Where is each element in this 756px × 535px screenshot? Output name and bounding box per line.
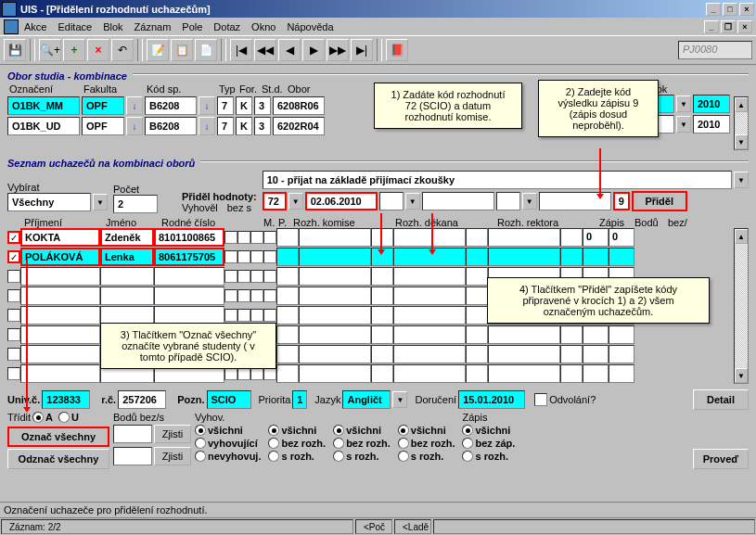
detail-button[interactable]: Detail [693,389,749,410]
menu-zaznam[interactable]: Záznam [135,21,172,32]
menu-blok[interactable]: Blok [103,21,122,32]
radio-bezrozh-d[interactable]: bez rozh. [333,438,391,449]
cell-bodu[interactable]: 0 [583,228,609,247]
vybirat-select[interactable]: Všechny [7,193,91,211]
list-icon[interactable]: 📋 [171,39,193,61]
dropdown-icon[interactable]: ▼ [93,194,108,210]
chk[interactable] [263,231,276,244]
prev-page-icon[interactable]: ◀◀ [254,39,276,61]
jazyk-field[interactable]: Angličt [342,390,391,409]
maximize-button[interactable]: □ [723,3,737,16]
radio-bezzap[interactable]: bez záp. [462,438,515,449]
close-button[interactable]: × [739,3,754,16]
oznac-vsechny-button[interactable]: Označ všechny [7,427,109,447]
add-icon[interactable]: + [63,39,85,61]
radio-vyhovujici[interactable]: vyhovující [195,438,261,449]
dropdown-icon[interactable]: ▼ [288,193,303,210]
chk[interactable] [237,231,250,244]
combo1-obor[interactable]: 6208R06 [273,96,325,115]
doc-icon-tb[interactable]: 📄 [195,39,217,61]
scroll-up-icon[interactable]: ▲ [735,97,748,112]
radio-bezrozh-r[interactable]: bez rozh. [398,438,455,449]
rok2[interactable]: 2010 [693,115,730,134]
combo1-oznaceni[interactable]: O1BK_MM [7,96,80,115]
radio-vsichni-k[interactable]: všichni [268,425,326,436]
doruceni-field[interactable]: 15.01.2010 [458,390,525,409]
menu-akce[interactable]: Akce [24,21,46,32]
dropdown-icon[interactable]: ▼ [522,193,537,210]
radio-srozh-d[interactable]: s rozh. [333,451,391,462]
radio-vsichni-d[interactable]: všichni [333,425,391,436]
next-page-icon[interactable]: ▶▶ [327,39,349,61]
find-icon[interactable]: 🔍+ [39,39,61,61]
combo1-for[interactable]: K [236,96,252,115]
lookup-icon[interactable]: ↓ [126,96,143,115]
mdi-restore[interactable]: ❐ [721,20,736,33]
combo2-for[interactable]: K [236,117,252,135]
cell-rc[interactable]: 8101100865 [154,228,224,247]
dropdown-icon[interactable]: ▼ [734,172,749,188]
combo1-std[interactable]: 3 [254,96,271,115]
radio-u[interactable]: U [58,412,79,423]
combo1-fakulta[interactable]: OPF [82,96,124,115]
odznac-vsechny-button[interactable]: Odznač všechny [7,449,109,469]
combo2-fakulta[interactable]: OPF [82,117,124,135]
scroll-down-icon[interactable]: ▼ [735,134,748,149]
combo1-typ[interactable]: 7 [217,96,234,115]
mdi-close[interactable]: × [737,20,752,33]
scrollbar[interactable]: ▲ ▼ [734,96,749,150]
save-icon[interactable]: 💾 [4,39,26,61]
edit-icon[interactable]: 📝 [147,39,169,61]
date-field[interactable]: 02.06.2010 [305,192,378,210]
radio-bezrozh-k[interactable]: bez rozh. [268,438,326,449]
minimize-button[interactable]: _ [706,3,721,16]
pridel-button[interactable]: Přiděl [632,191,687,211]
radio-srozh-z[interactable]: s rozh. [462,451,515,462]
decision-combo[interactable]: 10 - přijat na základě přijímací zkoušky [263,171,732,189]
zjisti-button2[interactable]: Zjisti [154,447,191,465]
cell-jmeno[interactable]: Lenka [100,248,154,266]
last-icon[interactable]: ▶| [351,39,373,61]
prev-icon[interactable]: ◀ [278,39,301,61]
menu-pole[interactable]: Pole [182,21,202,32]
cell-rc[interactable]: 8061175705 [154,248,224,266]
lookup-icon[interactable]: ↓ [126,117,143,135]
lookup-icon[interactable]: ↓ [199,117,215,135]
radio-srozh-k[interactable]: s rozh. [268,451,326,462]
mdi-minimize[interactable]: _ [704,20,719,33]
dropdown-icon[interactable]: ▼ [405,193,420,210]
combo2-kodsp[interactable]: B6208 [145,117,197,135]
menu-napoveda[interactable]: Nápověda [287,21,333,32]
rok1[interactable]: 2010 [693,95,730,113]
rc-field[interactable]: 257206 [118,390,166,409]
chk[interactable] [224,231,237,244]
odvolani-checkbox[interactable] [534,393,547,406]
univc-field[interactable]: 123833 [42,390,90,409]
menu-dotaz[interactable]: Dotaz [213,21,240,32]
zapis-field[interactable]: 9 [613,192,630,210]
priorita-field[interactable]: 1 [292,390,307,409]
delete-icon[interactable]: × [87,39,109,61]
zjisti-button[interactable]: Zjisti [154,425,191,443]
combo2-obor[interactable]: 6202R04 [273,117,325,135]
scroll-up-icon[interactable]: ▲ [735,229,748,244]
cell-jmeno[interactable]: Zdeněk [100,228,154,247]
radio-vsichni[interactable]: všichni [195,425,261,436]
cell-prijmeni[interactable]: KOKTA [20,228,100,247]
menu-okno[interactable]: Okno [251,21,275,32]
radio-nevyhovuj[interactable]: nevyhovuj. [195,451,261,462]
cell-prijmeni[interactable]: POLÁKOVÁ [20,248,100,266]
radio-vsichni-r[interactable]: všichni [398,425,455,436]
combo2-typ[interactable]: 7 [217,117,234,135]
scroll-down-icon[interactable]: ▼ [735,368,748,383]
radio-a[interactable]: A [32,412,53,423]
pozn-field[interactable]: SCIO [207,390,251,409]
radio-vsichni-z[interactable]: všichni [462,425,515,436]
next-icon[interactable]: ▶ [302,39,325,61]
chk[interactable] [250,231,263,244]
combo2-std[interactable]: 3 [254,117,271,135]
dropdown-icon[interactable]: ▼ [676,96,691,112]
first-icon[interactable]: |◀ [230,39,252,61]
combo2-oznaceni[interactable]: O1BK_UD [7,117,80,135]
proved-button[interactable]: Proveď [693,449,749,469]
